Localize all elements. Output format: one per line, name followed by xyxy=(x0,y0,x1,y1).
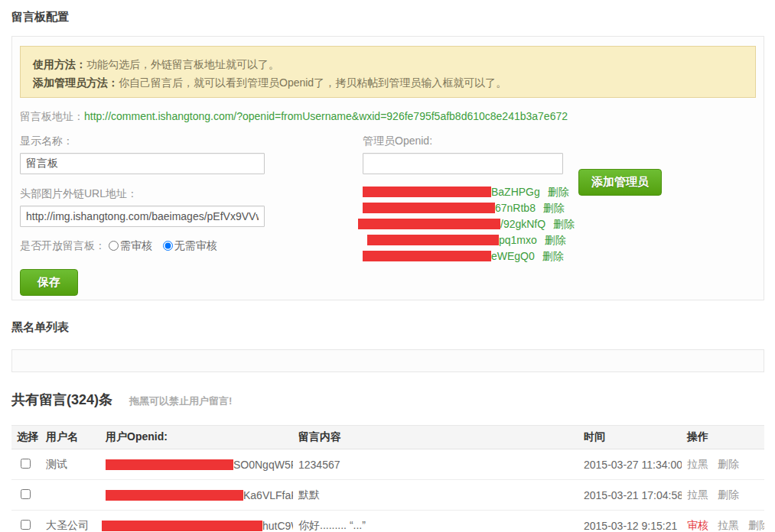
redaction-bar xyxy=(106,459,233,470)
cell-content: 你好......... “...” xyxy=(293,511,578,532)
cell-openid: SO0NgqW5PY xyxy=(100,449,293,480)
block-link[interactable]: 拉黑 xyxy=(687,458,708,470)
cell-time: 2015-03-12 9:15:21 xyxy=(578,511,682,532)
admin-delete-link[interactable]: 删除 xyxy=(553,218,575,230)
add-admin-button[interactable]: 添加管理员 xyxy=(578,169,662,196)
col-actions: 操作 xyxy=(682,426,764,449)
alert-usage-text: 功能勾选后，外链留言板地址就可以了。 xyxy=(86,58,279,70)
table-row: 大圣公司 hutC9WxM 你好......... “...” 2015-03-… xyxy=(11,511,764,532)
redaction-bar xyxy=(358,219,500,229)
alert-add-admin-label: 添加管理员方法： xyxy=(33,76,119,89)
redaction-bar xyxy=(102,521,262,531)
messages-note: 拖黑可以禁止用户留言! xyxy=(129,394,232,408)
col-username: 用户名 xyxy=(41,426,100,449)
table-header-row: 选择 用户名 用户Openid: 留言内容 时间 操作 xyxy=(11,426,764,449)
redaction-bar xyxy=(363,251,491,261)
admin-row: pq1mxo 删除 xyxy=(363,232,684,248)
admin-openid-suffix: eWEgQ0 xyxy=(491,250,535,262)
cell-content: 默默 xyxy=(293,480,578,511)
cell-time: 2015-03-21 17:04:58 xyxy=(578,480,682,511)
admin-delete-link[interactable]: 删除 xyxy=(548,186,569,198)
radio-review[interactable] xyxy=(109,241,119,251)
usage-alert: 使用方法：功能勾选后，外链留言板地址就可以了。 添加管理员方法：你自己留言后，就… xyxy=(20,46,756,98)
admin-list: BaZHPGg 删除 67nRtb8 删除 /92gkNfQ 删除 pq1mxo… xyxy=(363,184,684,264)
admin-openid-suffix: BaZHPGg xyxy=(491,186,540,198)
page-title: 留言板配置 xyxy=(11,10,764,24)
admin-delete-link[interactable]: 删除 xyxy=(545,234,566,246)
messages-header: 共有留言(324)条 拖黑可以禁止用户留言! xyxy=(11,391,764,409)
config-left-column: 显示名称： 头部图片外链URL地址： 是否开放留言板： 需审核 无需审核 保存 xyxy=(20,135,272,296)
cell-openid: hutC9WxM xyxy=(100,511,293,532)
row-checkbox[interactable] xyxy=(21,459,31,469)
row-checkbox[interactable] xyxy=(21,520,31,530)
cell-username xyxy=(41,480,100,511)
admin-openid-label: 管理员Openid: xyxy=(363,135,684,148)
board-address-line: 留言板地址：http://comment.ishangtong.com/?ope… xyxy=(20,110,568,124)
messages-title: 共有留言(324)条 xyxy=(11,391,112,409)
delete-link[interactable]: 删除 xyxy=(718,458,739,470)
alert-usage-label: 使用方法： xyxy=(33,58,86,70)
delete-link[interactable]: 删除 xyxy=(718,488,739,501)
save-button[interactable]: 保存 xyxy=(20,269,78,296)
messages-table: 选择 用户名 用户Openid: 留言内容 时间 操作 测试 SO0NgqW5P… xyxy=(11,425,764,532)
blacklist-title: 黑名单列表 xyxy=(11,320,764,335)
table-row: 测试 SO0NgqW5PY 1234567 2015-03-27 11:34:0… xyxy=(11,449,764,480)
config-panel: 使用方法：功能勾选后，外链留言板地址就可以了。 添加管理员方法：你自己留言后，就… xyxy=(11,36,764,300)
admin-row: /92gkNfQ 删除 xyxy=(363,216,684,232)
table-row: Ka6VLFfaRK4 默默 2015-03-21 17:04:58 拉黑删除 xyxy=(11,480,764,511)
col-select: 选择 xyxy=(11,426,41,449)
row-checkbox[interactable] xyxy=(21,489,31,499)
admin-delete-link[interactable]: 删除 xyxy=(543,202,565,214)
redaction-bar xyxy=(367,235,499,245)
redaction-bar xyxy=(363,203,495,213)
admin-row: eWEgQ0 删除 xyxy=(363,248,684,264)
admin-openid-suffix: /92gkNfQ xyxy=(500,218,545,230)
col-openid: 用户Openid: xyxy=(100,426,293,449)
admin-openid-suffix: pq1mxo xyxy=(499,234,537,246)
radio-no-review-label[interactable]: 无需审核 xyxy=(163,239,217,251)
blacklist-empty-box xyxy=(11,349,764,372)
config-right-column: 管理员Openid: 添加管理员 BaZHPGg 删除 67nRtb8 删除 /… xyxy=(363,135,684,264)
header-image-url-input[interactable] xyxy=(20,206,265,227)
radio-no-review[interactable] xyxy=(163,241,173,251)
redaction-bar xyxy=(106,490,243,501)
cell-username: 测试 xyxy=(41,449,100,480)
block-link[interactable]: 拉黑 xyxy=(718,519,739,531)
block-link[interactable]: 拉黑 xyxy=(687,488,708,501)
display-name-label: 显示名称： xyxy=(20,135,272,148)
alert-line-usage: 使用方法：功能勾选后，外链留言板地址就可以了。 xyxy=(33,56,743,73)
cell-username: 大圣公司 xyxy=(41,511,100,532)
admin-delete-link[interactable]: 删除 xyxy=(542,250,564,262)
delete-link[interactable]: 删除 xyxy=(748,519,764,531)
admin-row: 67nRtb8 删除 xyxy=(363,200,684,216)
admin-openid-suffix: 67nRtb8 xyxy=(495,202,536,214)
cell-actions: 审核拉黑删除 xyxy=(682,511,764,532)
cell-openid: Ka6VLFfaRK4 xyxy=(100,480,293,511)
redaction-bar xyxy=(363,187,491,197)
cell-content: 1234567 xyxy=(293,449,578,480)
cell-actions: 拉黑删除 xyxy=(682,480,764,511)
open-board-row: 是否开放留言板： 需审核 无需审核 xyxy=(20,239,272,253)
cell-actions: 拉黑删除 xyxy=(682,449,764,480)
radio-review-label[interactable]: 需审核 xyxy=(109,239,152,251)
col-time: 时间 xyxy=(578,426,682,449)
alert-line-add-admin: 添加管理员方法：你自己留言后，就可以看到管理员Openid了，拷贝粘帖到管理员输… xyxy=(33,74,743,91)
open-board-label: 是否开放留言板： xyxy=(20,239,106,251)
header-image-url-label: 头部图片外链URL地址： xyxy=(20,187,272,201)
display-name-input[interactable] xyxy=(20,153,265,174)
message-board-settings-page: 留言板配置 使用方法：功能勾选后，外链留言板地址就可以了。 添加管理员方法：你自… xyxy=(0,0,775,532)
alert-add-admin-text: 你自己留言后，就可以看到管理员Openid了，拷贝粘帖到管理员输入框就可以了。 xyxy=(119,76,506,89)
col-content: 留言内容 xyxy=(293,426,578,449)
admin-openid-input[interactable] xyxy=(363,153,563,174)
admin-openid-input-wrap: 添加管理员 xyxy=(363,153,684,174)
cell-time: 2015-03-27 11:34:00 xyxy=(578,449,682,480)
board-address-label: 留言板地址： xyxy=(20,110,84,122)
audit-link[interactable]: 审核 xyxy=(687,519,708,531)
board-address-link[interactable]: http://comment.ishangtong.com/?openid=fr… xyxy=(84,110,568,122)
